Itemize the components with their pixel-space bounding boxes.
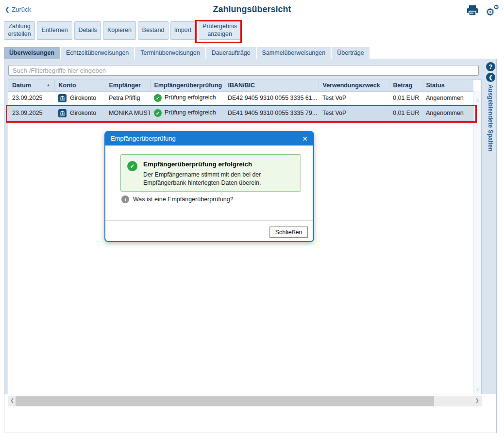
scroll-right-icon[interactable]: ❯: [475, 398, 479, 403]
table-header-row: Datum ▲ Konto Empfänger Empfängerüberprü…: [8, 80, 473, 91]
details-button[interactable]: Details: [74, 21, 101, 40]
help-icon[interactable]: ?: [486, 62, 495, 71]
column-header-status[interactable]: Status: [422, 80, 464, 91]
bank-icon: [58, 94, 67, 102]
cell-konto[interactable]: Girokonto: [54, 91, 105, 105]
column-header-konto[interactable]: Konto: [54, 80, 105, 91]
cell-betrag[interactable]: 0,01 EUR: [389, 91, 422, 105]
cell-zweck[interactable]: Test VoP: [319, 91, 389, 105]
bank-icon: [58, 109, 67, 117]
cell-status[interactable]: Angenommen: [422, 91, 464, 105]
print-icon[interactable]: [466, 4, 479, 17]
scroll-left-icon[interactable]: ❮: [10, 398, 14, 403]
check-circle-icon: ✓: [154, 109, 162, 117]
vertical-scrollbar[interactable]: ∧ ∨: [473, 91, 481, 394]
tab-terminueberweisungen[interactable]: Terminüberweisungen: [135, 47, 205, 59]
collapse-panel-icon[interactable]: ❮: [486, 73, 495, 82]
recipient-check-dialog: Empfängerüberprüfung ✕ ✓ Empfängerüberpr…: [104, 131, 314, 242]
column-header-iban-bic[interactable]: IBAN/BIC: [224, 80, 319, 91]
portfolio-button[interactable]: Bestand: [138, 21, 168, 40]
tab-ueberweisungen[interactable]: Überweisungen: [4, 47, 60, 59]
column-header-filler: [464, 80, 473, 91]
check-circle-icon: ✓: [154, 94, 162, 102]
success-message-box: ✓ Empfängerüberprüfung erfolgreich Der E…: [120, 154, 301, 192]
settings-gear-icon[interactable]: ⚙ ⚙: [486, 4, 500, 17]
cell-empfaenger[interactable]: MONIKA MUSTER: [105, 105, 150, 121]
tab-bar: Überweisungen Echtzeitüberweisungen Term…: [4, 47, 370, 59]
cell-iban[interactable]: DE42 9405 9310 0055 3335 61...: [224, 91, 319, 105]
cell-konto[interactable]: Girokonto: [54, 105, 105, 121]
column-header-datum[interactable]: Datum ▲: [8, 80, 54, 91]
scroll-up-icon[interactable]: ∧: [474, 98, 481, 103]
cell-datum[interactable]: 23.09.2025: [8, 105, 54, 121]
cell-zweck[interactable]: Test VoP: [319, 105, 389, 121]
close-icon[interactable]: ✕: [302, 132, 308, 146]
tab-echtzeitueberweisungen[interactable]: Echtzeitüberweisungen: [61, 47, 134, 59]
column-header-verwendungszweck[interactable]: Verwendungszweck: [319, 80, 389, 91]
remove-button[interactable]: Entfernen: [37, 21, 72, 40]
table-row[interactable]: 23.09.2025 Girokonto Petra P: [8, 91, 473, 105]
sort-asc-icon: ▲: [47, 83, 50, 87]
success-text: Der Empfängername stimmt mit den bei der…: [143, 171, 295, 188]
cell-pruefung[interactable]: ✓Prüfung erfolgreich: [150, 105, 224, 121]
cell-status[interactable]: Angenommen: [422, 105, 464, 121]
column-header-empfaengerueberpruefung[interactable]: Empfängerüberprüfung: [150, 80, 224, 91]
cell-iban[interactable]: DE41 9405 9310 0055 3335 79...: [224, 105, 319, 121]
what-is-recipient-check-link[interactable]: Was ist eine Empfängerüberprüfung?: [133, 196, 234, 203]
cell-empfaenger[interactable]: Petra Pfiffig: [105, 91, 150, 105]
import-button[interactable]: Import: [170, 21, 195, 40]
dialog-title: Empfängerüberprüfung: [105, 131, 314, 146]
info-icon: i: [121, 195, 129, 203]
hidden-columns-label[interactable]: Ausgeblendete Spalten: [487, 84, 494, 151]
check-circle-icon: ✓: [127, 161, 137, 171]
dialog-separator: [105, 220, 313, 221]
toolbar: Zahlung erstellen Entfernen Details Kopi…: [4, 21, 241, 40]
column-header-betrag[interactable]: Betrag: [389, 80, 422, 91]
table-row-selected[interactable]: 23.09.2025 Girokonto MONIKA: [8, 105, 473, 121]
cell-betrag[interactable]: 0,01 EUR: [389, 105, 422, 121]
page-title: Zahlungsübersicht: [0, 4, 504, 15]
search-input[interactable]: [8, 65, 479, 76]
tab-dauerauftraege[interactable]: Daueraufträge: [206, 47, 256, 59]
tab-sammelueberweisungen[interactable]: Sammelüberweisungen: [257, 47, 331, 59]
show-check-result-button[interactable]: Prüfergebnis anzeigen: [199, 21, 241, 40]
column-header-empfaenger[interactable]: Empfänger: [105, 80, 150, 91]
tab-uebertraege[interactable]: Überträge: [332, 47, 370, 59]
copy-button[interactable]: Kopieren: [103, 21, 136, 40]
horizontal-scroll-thumb[interactable]: [16, 396, 434, 406]
scroll-down-icon[interactable]: ∨: [474, 387, 481, 392]
success-title: Empfängerüberprüfung erfolgreich: [143, 161, 252, 168]
horizontal-scrollbar[interactable]: ❮ ❯: [8, 396, 482, 406]
cell-datum[interactable]: 23.09.2025: [8, 91, 54, 105]
cell-pruefung[interactable]: ✓Prüfung erfolgreich: [150, 91, 224, 105]
create-payment-button[interactable]: Zahlung erstellen: [4, 21, 35, 40]
main-panel: ? ❮ Ausgeblendete Spalten Datum ▲ Konto …: [4, 59, 497, 433]
dialog-close-button[interactable]: Schließen: [269, 227, 308, 238]
